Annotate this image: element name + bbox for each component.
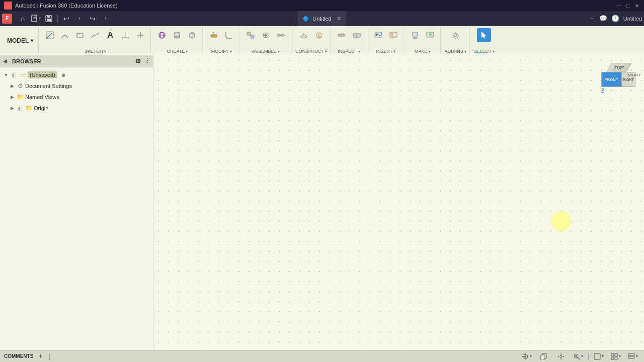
named-views-arrow[interactable]: ▶ [9,94,15,100]
origin-visibility-icon[interactable]: ◐ [17,105,24,112]
history-button[interactable]: 🕐 [611,15,619,22]
display-mode-button[interactable]: ▾ [592,351,606,361]
add-tab-button[interactable]: ＋ [589,14,595,23]
sketch-icons: A [43,28,147,42]
grid-button[interactable]: ▾ [609,351,623,361]
browser-options-button[interactable]: ⋮ [144,58,150,64]
insert-label[interactable]: INSERT [376,48,395,54]
sketch-button[interactable] [43,28,57,42]
dimension-button[interactable] [118,28,132,42]
arc-button[interactable] [58,28,72,42]
close-button[interactable]: ✕ [634,3,640,9]
redo-dropdown[interactable]: ▾ [99,13,112,25]
title-bar: Autodesk Fusion 360 (Education License) … [0,0,644,11]
text-button[interactable]: A [103,28,117,42]
addins-settings-button[interactable] [448,28,462,42]
copy-tool-button[interactable] [537,351,551,361]
insert-canvas-button[interactable] [371,28,385,42]
root-record-icon[interactable]: ⏺ [61,72,66,78]
undo-button[interactable]: ↩ [60,13,73,25]
root-label[interactable]: (Unsaved) [28,71,57,78]
origin-label[interactable]: Origin [34,105,48,111]
home-button[interactable]: ⌂ [16,13,29,25]
view-options-button[interactable]: ▾ [626,351,640,361]
rect-button[interactable] [73,28,87,42]
zoom-tool-button[interactable]: ▾ [571,351,585,361]
assemble-contact-button[interactable] [274,28,288,42]
inspect-measure-button[interactable] [335,28,349,42]
construct-label[interactable]: CONSTRUCT [295,48,327,54]
create-solid-button[interactable] [185,28,199,42]
make-3dprint-button[interactable] [408,28,422,42]
svg-point-45 [454,34,457,37]
tree-item-origin[interactable]: ▶ ◐ 📁 Origin [0,103,153,114]
browser-collapse-button[interactable]: ◀ [3,58,10,65]
viewcube-front[interactable]: FRONT [601,72,621,87]
construct-plane-button[interactable] [297,28,311,42]
root-arrow[interactable]: ▼ [3,72,9,78]
status-sep-2 [588,353,589,360]
create-cylinder-button[interactable] [170,28,184,42]
addins-label[interactable]: ADD-INS [445,48,466,54]
notifications-button[interactable]: 💬 [599,15,607,22]
sketch-label[interactable]: SKETCH [85,48,106,54]
named-views-label[interactable]: Named Views [25,94,59,100]
save-button[interactable] [42,13,55,25]
redo-button[interactable]: ↪ [86,13,99,25]
model-dropdown[interactable]: MODEL [2,26,39,55]
origin-arrow[interactable]: ▶ [9,105,15,111]
assemble-motion-button[interactable] [259,28,273,42]
select-label[interactable]: SELECT [474,48,495,54]
insert-image-button[interactable] [386,28,400,42]
doc-settings-label[interactable]: Document Settings [25,83,72,89]
svg-rect-65 [628,356,634,358]
modify-press-button[interactable] [207,28,221,42]
canvas-viewport[interactable]: TOP FRONT RIGHT Z RIGHT [153,55,644,350]
modify-fillet-button[interactable] [222,28,236,42]
svg-rect-26 [281,34,284,36]
inspect-label[interactable]: INSPECT [338,48,360,54]
svg-point-17 [175,36,180,38]
model-label: MODEL [7,37,29,44]
svg-point-44 [429,33,432,36]
tab-untitled[interactable]: 🔷 Untitled ✕ [297,11,346,26]
viewcube-top[interactable]: TOP [606,63,632,73]
svg-rect-64 [628,353,634,355]
file-button[interactable]: ▾ [29,13,42,25]
make-label[interactable]: MAKE [415,48,431,54]
toolbar-group-addins: ADD-INS [442,26,470,55]
tree-item-named-views[interactable]: ▶ 📁 Named Views [0,92,153,103]
doc-settings-arrow[interactable]: ▶ [9,83,15,89]
snap-tool-button[interactable]: ▾ [520,351,534,361]
create-label[interactable]: CREATE [167,48,188,54]
svg-rect-63 [615,357,617,359]
svg-rect-4 [47,16,50,18]
tab-controls-right: ＋ 💬 🕐 Untitled [589,14,642,23]
comments-add-button[interactable]: ＋ [35,352,45,361]
pan-tool-button[interactable] [554,351,568,361]
app-logo[interactable]: F [2,14,12,24]
assemble-label[interactable]: ASSEMBLE [252,48,280,54]
plus-button[interactable] [133,28,147,42]
tree-item-root[interactable]: ▼ ◐ ▭ (Unsaved) ⏺ [0,69,153,80]
select-icons [477,28,491,42]
spline-button[interactable] [88,28,102,42]
undo-dropdown[interactable]: ▾ [73,13,86,25]
minimize-button[interactable]: ─ [616,3,622,9]
tree-item-doc-settings[interactable]: ▶ ⚙ Document Settings [0,80,153,92]
assemble-joint-button[interactable] [244,28,258,42]
create-globe-button[interactable] [155,28,169,42]
viewcube-container[interactable]: TOP FRONT RIGHT Z RIGHT [599,60,639,101]
browser-search-button[interactable]: ⊞ [136,58,140,64]
svg-rect-36 [356,33,357,37]
select-button[interactable] [477,28,491,42]
inspect-icons [335,28,364,42]
inspect-interference-button[interactable] [350,28,364,42]
make-render-button[interactable] [423,28,437,42]
maximize-button[interactable]: □ [625,3,631,9]
modify-label[interactable]: MODIFY [211,48,232,54]
svg-rect-59 [594,353,600,359]
tab-close-button[interactable]: ✕ [337,15,342,22]
root-visibility-icon[interactable]: ◐ [11,71,18,78]
construct-axis-button[interactable] [312,28,326,42]
